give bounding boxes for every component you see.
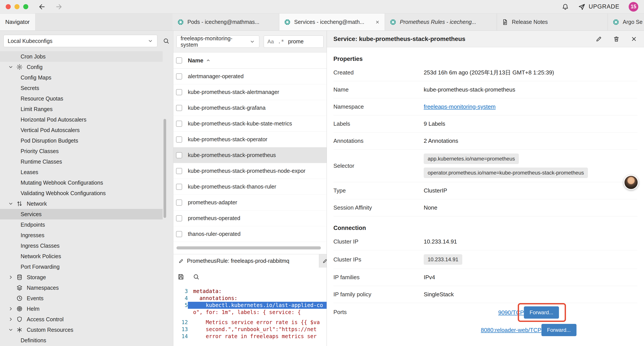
sidebar-item-config-maps[interactable]: Config Maps: [0, 72, 173, 83]
table-row[interactable]: kube-prometheus-stack-alertmanager: [174, 84, 326, 100]
sidebar-item-pod-disruption-budgets[interactable]: Pod Disruption Budgets: [0, 135, 173, 146]
sidebar-item-storage[interactable]: Storage: [0, 272, 173, 283]
chevron-down-icon[interactable]: [8, 201, 16, 207]
tab-services-icecheng-math[interactable]: Services - icecheng@math...: [279, 13, 385, 30]
notification-count-badge[interactable]: 15: [629, 2, 638, 11]
property-value: 9090/TCPForward...8080:reloader-web/TCPF…: [424, 306, 638, 341]
kubeconfig-selector[interactable]: Local Kubeconfigs: [4, 35, 158, 47]
window-close-button[interactable]: [6, 4, 11, 9]
forward-button[interactable]: Forward...: [524, 306, 559, 319]
edit-icon[interactable]: [595, 35, 602, 42]
sidebar-item-events[interactable]: Events: [0, 293, 173, 304]
sidebar-item-network-policies[interactable]: Network Policies: [0, 251, 173, 262]
port-link[interactable]: 8080:reloader-web/TCP: [481, 327, 541, 334]
sidebar-item-services[interactable]: Services: [0, 209, 163, 219]
chevron-right-icon[interactable]: [8, 317, 16, 322]
sidebar-item-cron-jobs[interactable]: Cron Jobs: [0, 51, 163, 62]
back-arrow-icon[interactable]: [38, 3, 46, 10]
namespace-selector[interactable]: freeleaps-monitoring-system: [176, 35, 259, 48]
sort-ascending-icon[interactable]: [206, 58, 211, 63]
chevron-down-icon[interactable]: [8, 64, 16, 70]
upgrade-button[interactable]: UPGRADE: [578, 3, 620, 10]
user-avatar[interactable]: [624, 175, 638, 190]
row-checkbox[interactable]: [176, 105, 182, 111]
row-checkbox[interactable]: [176, 231, 182, 237]
delete-icon[interactable]: [613, 35, 620, 42]
list-search-input[interactable]: Aa .* prome: [264, 35, 324, 48]
sidebar-item-limit-ranges[interactable]: Limit Ranges: [0, 104, 173, 114]
row-checkbox[interactable]: [176, 184, 182, 190]
sidebar-item-secrets[interactable]: Secrets: [0, 83, 173, 93]
sidebar-item-namespaces[interactable]: Namespaces: [0, 283, 173, 293]
navigator-panel-tab[interactable]: Navigator: [0, 13, 36, 30]
table-row[interactable]: alertmanager-operated: [174, 68, 326, 84]
sidebar-item-access-control[interactable]: Access Control: [0, 314, 173, 325]
sidebar-item-resource-quotas[interactable]: Resource Quotas: [0, 93, 173, 104]
sidebar-item-mutating-webhook-configurations[interactable]: Mutating Webhook Configurations: [0, 177, 173, 188]
yaml-editor[interactable]: 3 metadata: 4 annotations: 5 kubectl.kub…: [174, 286, 326, 346]
tab-release-notes[interactable]: Release Notes: [497, 13, 608, 30]
service-name: kube-prometheus-stack-thanos-ruler: [188, 184, 276, 190]
table-row[interactable]: thanos-ruler-operated: [174, 226, 326, 242]
table-row[interactable]: kube-prometheus-stack-prometheus-node-ex…: [174, 163, 326, 179]
notifications-bell-icon[interactable]: [562, 3, 569, 10]
sidebar-item-priority-classes[interactable]: Priority Classes: [0, 146, 173, 156]
row-checkbox[interactable]: [176, 168, 182, 174]
sidebar-item-config[interactable]: Config: [0, 62, 173, 72]
regex-toggle[interactable]: .*: [278, 38, 284, 45]
row-checkbox[interactable]: [176, 152, 182, 158]
case-sensitive-toggle[interactable]: Aa: [268, 38, 274, 45]
row-checkbox[interactable]: [176, 200, 182, 206]
sidebar-item-validating-webhook-configurations[interactable]: Validating Webhook Configurations: [0, 188, 173, 198]
sidebar-item-ingress-classes[interactable]: Ingress Classes: [0, 240, 173, 251]
scrollbar-thumb[interactable]: [176, 246, 321, 249]
window-minimize-button[interactable]: [14, 4, 20, 9]
row-checkbox[interactable]: [176, 215, 182, 221]
window-zoom-button[interactable]: [23, 4, 28, 9]
sidebar-item-endpoints[interactable]: Endpoints: [0, 219, 173, 230]
table-row[interactable]: kube-prometheus-stack-grafana: [174, 100, 326, 116]
table-row[interactable]: kube-prometheus-stack-prometheus: [174, 147, 326, 163]
dock-tab-partial[interactable]: [319, 254, 326, 268]
editor-search-icon[interactable]: [193, 273, 200, 280]
port-link[interactable]: 9090/TCP: [498, 309, 524, 316]
sidebar-scrollbar[interactable]: [164, 119, 166, 218]
value-badge: 10.233.14.91: [424, 254, 462, 265]
sidebar-search-icon[interactable]: [163, 37, 170, 44]
sidebar-item-leases[interactable]: Leases: [0, 167, 173, 177]
chevron-right-icon[interactable]: [8, 274, 16, 280]
dock-tab-prometheusrule[interactable]: PrometheusRule: freeleaps-prod-rabbitmq: [174, 254, 319, 268]
table-row[interactable]: kube-prometheus-stack-kube-state-metrics: [174, 116, 326, 132]
row-checkbox[interactable]: [176, 121, 182, 127]
sidebar-item-network[interactable]: Network: [0, 198, 173, 209]
sidebar-item-runtime-classes[interactable]: Runtime Classes: [0, 156, 173, 167]
sidebar-item-custom-resources[interactable]: Custom Resources: [0, 325, 173, 335]
chevron-down-icon[interactable]: [8, 327, 16, 333]
sidebar-item-horizontal-pod-autoscalers[interactable]: Horizontal Pod Autoscalers: [0, 114, 173, 125]
row-checkbox[interactable]: [176, 89, 182, 95]
tab-pods-icecheng-mathmas[interactable]: Pods - icecheng@mathmas...: [172, 13, 279, 30]
table-row[interactable]: prometheus-adapter: [174, 195, 326, 210]
table-row[interactable]: kube-prometheus-stack-operator: [174, 132, 326, 147]
name-column-header[interactable]: Name: [188, 57, 204, 64]
sidebar-item-helm[interactable]: Helm: [0, 304, 173, 314]
forward-arrow-icon[interactable]: [55, 3, 62, 10]
namespace-link[interactable]: freeleaps-monitoring-system: [424, 103, 496, 110]
save-icon[interactable]: [177, 273, 184, 280]
sidebar-item-ingresses[interactable]: Ingresses: [0, 230, 173, 240]
tab-close-icon[interactable]: [375, 20, 380, 24]
sidebar-item-vertical-pod-autoscalers[interactable]: Vertical Pod Autoscalers: [0, 125, 173, 135]
table-row[interactable]: prometheus-operated: [174, 210, 326, 226]
row-checkbox[interactable]: [176, 136, 182, 143]
tab-prometheus-rules-icecheng[interactable]: Prometheus Rules - icecheng...: [385, 13, 497, 30]
forward-button[interactable]: Forward...: [542, 324, 576, 336]
chevron-right-icon[interactable]: [8, 306, 16, 312]
sidebar-item-port-forwarding[interactable]: Port Forwarding: [0, 262, 173, 272]
select-all-checkbox[interactable]: [176, 57, 182, 63]
close-icon[interactable]: [630, 35, 638, 42]
tab-argo-se[interactable]: Argo Se: [608, 13, 644, 30]
row-checkbox[interactable]: [176, 73, 182, 79]
sidebar-item-definitions[interactable]: Definitions: [0, 335, 173, 346]
table-row[interactable]: kube-prometheus-stack-thanos-ruler: [174, 179, 326, 195]
horizontal-scrollbar[interactable]: [174, 242, 326, 254]
